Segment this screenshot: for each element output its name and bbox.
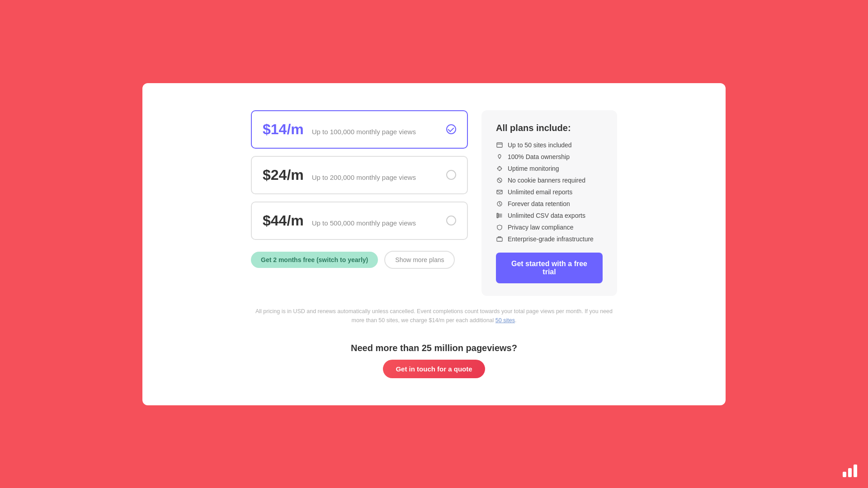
plan-content-24: $24/m Up to 200,000 monthly page views	[263, 167, 416, 183]
free-trial-button[interactable]: Get started with a free trial	[496, 253, 603, 283]
contact-button[interactable]: Get in touch for a quote	[383, 360, 485, 378]
footnote-link[interactable]: 50 sites	[495, 317, 515, 324]
email-icon	[496, 188, 503, 196]
feature-data-ownership: 100% Data ownership	[496, 153, 603, 160]
sites-icon	[496, 141, 503, 149]
plan-radio-14	[446, 124, 456, 134]
feature-no-cookie-text: No cookie banners required	[508, 177, 585, 184]
no-cookie-icon	[496, 177, 503, 184]
svg-rect-6	[497, 238, 502, 241]
forever-icon	[496, 200, 503, 207]
privacy-icon	[496, 224, 503, 231]
svg-rect-3	[497, 190, 502, 194]
feature-privacy: Privacy law compliance	[496, 224, 603, 231]
svg-rect-0	[497, 143, 502, 147]
plan-content-14: $14/m Up to 100,000 monthly page views	[263, 121, 416, 138]
plan-desc-44: Up to 500,000 monthly page views	[312, 219, 416, 227]
plan-content-44: $44/m Up to 500,000 monthly page views	[263, 212, 416, 229]
feature-enterprise: Enterprise-grade infrastructure	[496, 235, 603, 243]
plans-right: All plans include: Up to 50 sites includ…	[481, 110, 617, 296]
plan-option-14[interactable]: $14/m Up to 100,000 monthly page views	[251, 110, 468, 149]
yearly-button[interactable]: Get 2 months free (switch to yearly)	[251, 252, 378, 268]
data-ownership-icon	[496, 153, 503, 160]
show-more-button[interactable]: Show more plans	[384, 251, 455, 269]
bar-chart-icon	[843, 465, 857, 477]
feature-privacy-text: Privacy law compliance	[508, 224, 574, 231]
feature-no-cookie: No cookie banners required	[496, 177, 603, 184]
plan-desc-24: Up to 200,000 monthly page views	[312, 174, 416, 181]
feature-email: Unlimited email reports	[496, 188, 603, 196]
footnote: All pricing is in USD and renews automat…	[253, 307, 615, 325]
feature-enterprise-text: Enterprise-grade infrastructure	[508, 235, 594, 243]
uptime-icon	[496, 165, 503, 172]
plans-left: $14/m Up to 100,000 monthly page views $…	[251, 110, 468, 296]
pricing-section: $14/m Up to 100,000 monthly page views $…	[165, 110, 703, 296]
plan-radio-44	[446, 216, 456, 225]
plan-desc-14: Up to 100,000 monthly page views	[312, 128, 416, 136]
feature-forever-text: Forever data retention	[508, 200, 570, 207]
footnote-text: All pricing is in USD and renews automat…	[255, 308, 613, 324]
plan-price-44: $44/m	[263, 212, 304, 229]
feature-data-ownership-text: 100% Data ownership	[508, 153, 570, 160]
bar-1	[843, 472, 846, 477]
plan-price-14: $14/m	[263, 121, 304, 138]
csv-icon	[496, 212, 503, 219]
enterprise-section: Need more than 25 million pageviews? Get…	[351, 343, 517, 378]
feature-csv: Unlimited CSV data exports	[496, 212, 603, 219]
plan-option-44[interactable]: $44/m Up to 500,000 monthly page views	[251, 202, 468, 240]
feature-forever: Forever data retention	[496, 200, 603, 207]
footnote-end: .	[515, 317, 516, 324]
enterprise-icon	[496, 235, 503, 243]
feature-uptime: Uptime monitoring	[496, 165, 603, 172]
all-plans-title: All plans include:	[496, 123, 603, 133]
feature-email-text: Unlimited email reports	[508, 188, 572, 196]
buttons-row: Get 2 months free (switch to yearly) Sho…	[251, 251, 468, 269]
enterprise-title: Need more than 25 million pageviews?	[351, 343, 517, 353]
main-card: $14/m Up to 100,000 monthly page views $…	[142, 83, 726, 405]
plan-radio-24	[446, 170, 456, 180]
feature-sites: Up to 50 sites included	[496, 141, 603, 149]
feature-sites-text: Up to 50 sites included	[508, 141, 572, 149]
bar-2	[848, 468, 852, 477]
feature-csv-text: Unlimited CSV data exports	[508, 212, 585, 219]
plan-option-24[interactable]: $24/m Up to 200,000 monthly page views	[251, 156, 468, 194]
plan-price-24: $24/m	[263, 167, 304, 183]
feature-list: Up to 50 sites included 100% Data owners…	[496, 141, 603, 243]
feature-uptime-text: Uptime monitoring	[508, 165, 559, 172]
bar-3	[854, 465, 857, 477]
